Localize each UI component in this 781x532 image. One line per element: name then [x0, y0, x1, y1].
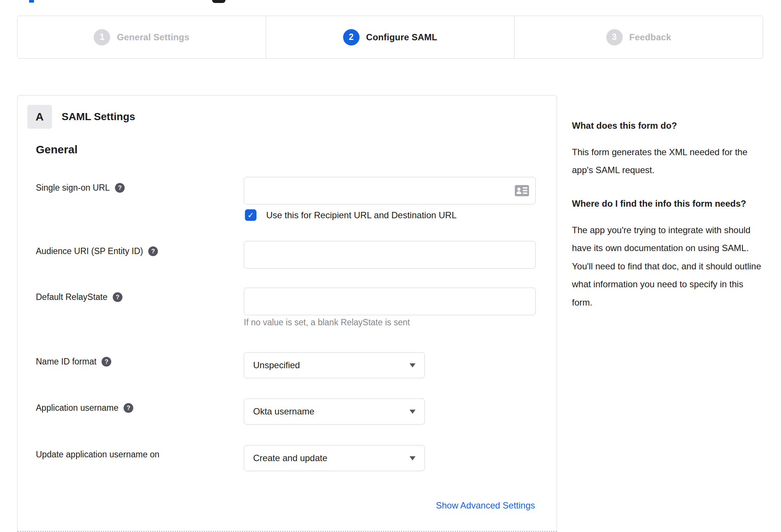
- name-id-format-help-icon[interactable]: ?: [102, 357, 111, 366]
- step-2-number-badge: 2: [343, 29, 360, 46]
- step-1-label: General Settings: [117, 32, 189, 43]
- cut-off-header-accent: [29, 0, 34, 3]
- audience-uri-label: Audience URI (SP Entity ID) ?: [36, 246, 158, 256]
- app-username-label-text: Application username: [36, 403, 118, 413]
- section-title: SAML Settings: [62, 105, 135, 129]
- app-username-label: Application username ?: [36, 403, 133, 413]
- caret-down-icon: [410, 410, 416, 414]
- name-id-format-select[interactable]: Unspecified: [244, 352, 425, 378]
- name-id-format-selected-value: Unspecified: [253, 360, 300, 370]
- step-feedback[interactable]: 3 Feedback: [514, 16, 763, 58]
- sso-url-input[interactable]: [244, 177, 536, 204]
- caret-down-icon: [410, 363, 416, 367]
- update-username-select[interactable]: Create and update: [244, 445, 425, 471]
- general-group-heading: General: [36, 143, 78, 156]
- update-username-label-text: Update application username on: [36, 450, 159, 460]
- cut-off-header-icon: [212, 0, 225, 3]
- help-answer-2: The app you're trying to integrate with …: [572, 221, 766, 312]
- app-username-select[interactable]: Okta username: [244, 398, 425, 425]
- caret-down-icon: [410, 456, 416, 460]
- saml-settings-panel: A SAML Settings General Single sign-on U…: [17, 95, 557, 532]
- name-id-format-label: Name ID format ?: [36, 357, 111, 367]
- relay-state-helper-text: If no value is set, a blank RelayState i…: [244, 317, 410, 328]
- audience-uri-input[interactable]: [244, 241, 536, 269]
- sso-url-label-text: Single sign-on URL: [36, 183, 110, 193]
- help-answer-1: This form generates the XML needed for t…: [572, 143, 766, 179]
- help-question-2: Where do I find the info this form needs…: [572, 196, 766, 212]
- wizard-stepper: 1 General Settings 2 Configure SAML 3 Fe…: [17, 16, 763, 59]
- checkmark-icon: ✓: [248, 211, 254, 220]
- app-username-selected-value: Okta username: [253, 406, 314, 417]
- sso-url-help-icon[interactable]: ?: [115, 183, 125, 193]
- update-username-selected-value: Create and update: [253, 453, 327, 463]
- help-question-1: What does this form do?: [572, 118, 766, 134]
- recipient-url-checkbox-label[interactable]: Use this for Recipient URL and Destinati…: [266, 210, 457, 220]
- recipient-url-checkbox[interactable]: ✓: [245, 209, 256, 221]
- relay-state-help-icon[interactable]: ?: [113, 292, 122, 302]
- relay-state-label: Default RelayState ?: [36, 292, 122, 302]
- step-configure-saml[interactable]: 2 Configure SAML: [266, 16, 514, 58]
- update-username-label: Update application username on: [36, 450, 159, 460]
- relay-state-input[interactable]: [244, 288, 536, 315]
- section-a-badge: A: [27, 105, 52, 129]
- show-advanced-settings-link[interactable]: Show Advanced Settings: [436, 500, 535, 511]
- step-3-label: Feedback: [629, 32, 671, 43]
- form-help-sidebar: What does this form do? This form genera…: [572, 118, 766, 328]
- audience-uri-label-text: Audience URI (SP Entity ID): [36, 246, 143, 256]
- step-general-settings[interactable]: 1 General Settings: [18, 16, 266, 58]
- step-1-number-badge: 1: [94, 29, 110, 46]
- sso-url-label: Single sign-on URL ?: [36, 183, 125, 193]
- name-id-format-label-text: Name ID format: [36, 357, 96, 367]
- relay-state-label-text: Default RelayState: [36, 292, 108, 302]
- app-username-help-icon[interactable]: ?: [124, 403, 133, 413]
- audience-uri-help-icon[interactable]: ?: [148, 246, 158, 256]
- step-3-number-badge: 3: [606, 29, 623, 46]
- step-2-label: Configure SAML: [366, 32, 438, 43]
